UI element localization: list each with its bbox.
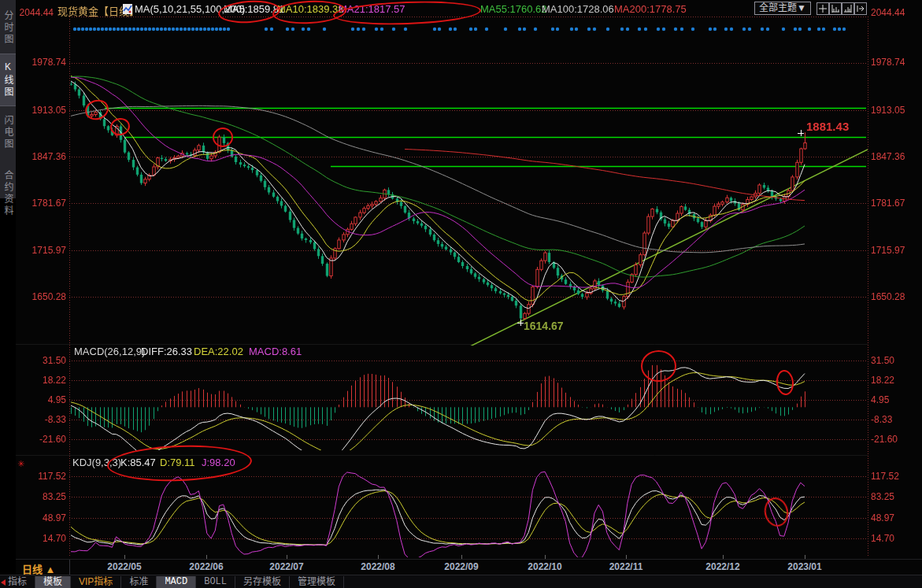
annotation-ellipse-7 [641,350,676,382]
date-label-2022-05: 2022/05 [101,561,148,572]
date-label-2022-06: 2022/06 [183,561,230,572]
axis-right-icon[interactable] [842,2,854,15]
kdj-axis-left-3: 48.97 [22,512,66,523]
macd-axis-right-3: 4.95 [871,394,889,405]
price-axis-left-4: 1847.36 [22,151,66,162]
date-label-2022-07: 2022/07 [263,561,310,572]
date-label-2022-11: 2022/11 [602,561,650,572]
price-axis-right-4: 1847.36 [871,151,905,162]
left-sidebar: 分时图K线图闪电图合约资料 [0,0,16,588]
macd-axis-left-3: 4.95 [22,394,66,405]
date-label-2022-10: 2022/10 [521,561,568,572]
sidebar-item-1[interactable]: 分时图 [0,4,16,51]
macd-value: MACD:8.61 [249,346,302,357]
high-price-label: 1881.43 [806,120,849,133]
axis-left-icon[interactable] [829,2,842,15]
macd-dea-value: DEA:22.02 [194,346,243,357]
popout-pane-icon[interactable] [854,2,867,15]
low-price-label: 1614.67 [524,320,564,332]
price-axis-right-2: 1978.74 [871,57,905,68]
price-axis-left-3: 1913.05 [22,105,66,116]
kdj-axis-right-4: 14.70 [871,533,894,544]
ma-legend-value-5: MA100:1728.06 [542,3,614,15]
price-axis-right-5: 1781.67 [871,198,905,209]
price-axis-left-2: 1978.74 [22,57,66,68]
price-axis-left-5: 1781.67 [22,198,66,209]
date-label-2022-12: 2022/12 [699,561,746,572]
date-label-2022-08: 2022/08 [354,561,402,572]
macd-axis-right-2: 18.22 [871,375,894,386]
macd-axis-left-1: 31.50 [22,355,66,366]
kdj-axis-right-1: 117.52 [871,471,899,482]
macd-panel-title: MACD(26,12,9) [74,346,145,357]
toolbar-tab-8[interactable]: 管理模板 [290,576,344,588]
macd-axis-right-5: -21.60 [871,434,898,445]
crosshair-icon[interactable] [816,2,829,15]
kdj-axis-left-4: 14.70 [22,533,66,544]
price-axis-left-1: 2044.44 [9,7,54,18]
macd-axis-left-2: 18.22 [22,375,66,386]
sidebar-item-4[interactable]: 合约资料 [0,161,16,226]
sidebar-item-2[interactable]: K线图 [0,54,16,106]
date-label-2022-09: 2022/09 [438,561,485,572]
price-axis-left-6: 1715.97 [22,245,66,256]
price-axis-right-3: 1913.05 [871,105,905,116]
macd-diff-value: DIFF:26.33 [141,346,192,357]
theme-dropdown-button[interactable]: 全部主题▼ [754,2,811,15]
macd-axis-right-4: -8.33 [871,414,892,425]
sidebar-item-3[interactable]: 闪电图 [0,109,16,156]
macd-axis-right-1: 31.50 [871,355,894,366]
annotation-ellipse-6 [213,128,233,147]
price-axis-right-7: 1650.28 [871,291,905,302]
macd-axis-left-4: -8.33 [22,414,66,425]
kdj-settings-icon[interactable]: ✳ [17,459,24,469]
toolbar-tab-6[interactable]: BOLL [196,576,235,588]
toolbar-tab-7[interactable]: 另存模板 [235,576,290,588]
toolbar-tab-2[interactable]: 模板 [35,576,71,588]
kdj-axis-right-3: 48.97 [871,512,894,523]
date-label-2023-01: 2023/01 [781,561,828,572]
macd-axis-left-5: -21.60 [22,434,66,445]
kline-logo-icon [123,4,132,17]
time-axis-row: 日线 ▲ 2022/052022/062022/072022/082022/09… [16,559,922,575]
indicator-toolbar: 指标模板VIP指标标准MACDBOLL另存模板管理模板 [0,575,922,588]
kdj-axis-left-1: 117.52 [22,471,66,482]
toolbar-tab-4[interactable]: 标准 [121,576,157,588]
kdj-axis-left-2: 83.25 [22,491,66,502]
price-axis-right-1: 2044.44 [871,7,905,18]
kdj-axis-right-2: 83.25 [871,491,894,502]
ma-legend-value-4: MA55:1760.62 [480,3,547,15]
toolbar-red-marker [1,579,6,586]
ma-legend-value-6: MA200:1778.75 [614,3,687,15]
toolbar-tab-3[interactable]: VIP指标 [71,576,121,588]
price-axis-right-6: 1715.97 [871,245,905,256]
toolbar-tab-5[interactable]: MACD [157,576,196,588]
price-axis-left-7: 1650.28 [22,291,66,302]
